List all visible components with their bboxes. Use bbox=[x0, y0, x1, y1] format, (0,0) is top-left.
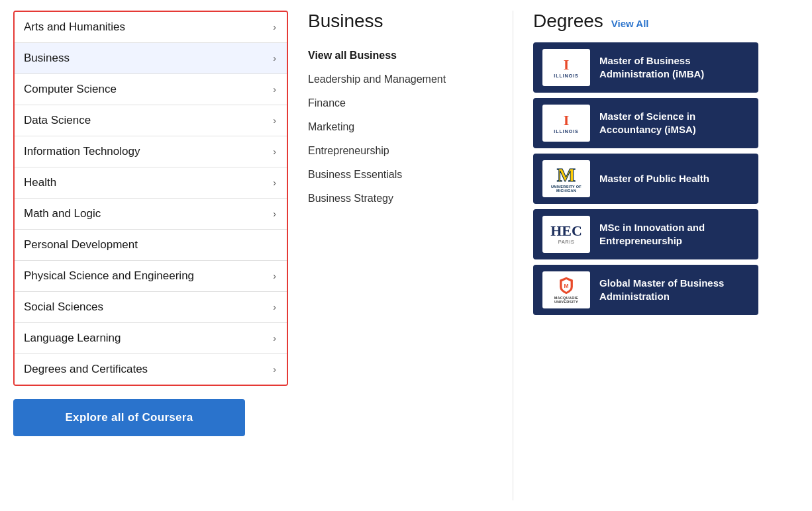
illinois-i-icon: I bbox=[564, 113, 570, 128]
sidebar-item-math-logic[interactable]: Math and Logic› bbox=[15, 199, 287, 230]
degree-card-imsa[interactable]: I ILLINOIS Master of Science in Accounta… bbox=[533, 98, 758, 148]
degree-card-title: Master of Business Administration (iMBA) bbox=[599, 54, 749, 81]
illinois-i-icon: I bbox=[564, 58, 570, 72]
degree-card-title: Global Master of Business Administration bbox=[599, 277, 749, 304]
business-link-view-all[interactable]: View all Business bbox=[308, 44, 493, 68]
sidebar-item-label: Arts and Humanities bbox=[24, 21, 125, 34]
business-link-entrepreneurship[interactable]: Entrepreneurship bbox=[308, 139, 493, 163]
chevron-right-icon: › bbox=[273, 364, 276, 375]
degree-card-macquarie[interactable]: M MacquarieUniversity Global Master of B… bbox=[533, 265, 758, 315]
chevron-right-icon: › bbox=[273, 84, 276, 95]
university-logo-macquarie: M MacquarieUniversity bbox=[542, 271, 590, 308]
sidebar-item-arts-humanities[interactable]: Arts and Humanities› bbox=[15, 12, 287, 43]
sidebar-item-label: Personal Development bbox=[24, 238, 138, 252]
sidebar-item-information-technology[interactable]: Information Technology› bbox=[15, 136, 287, 167]
chevron-right-icon: › bbox=[273, 53, 276, 64]
degree-card-title: MSc in Innovation and Entrepreneurship bbox=[599, 221, 749, 248]
sidebar-item-degrees-certificates[interactable]: Degrees and Certificates› bbox=[15, 354, 287, 385]
business-link-marketing[interactable]: Marketing bbox=[308, 115, 493, 139]
sidebar-item-label: Information Technology bbox=[24, 145, 140, 158]
business-link-list: View all BusinessLeadership and Manageme… bbox=[308, 44, 493, 210]
chevron-right-icon: › bbox=[273, 22, 276, 32]
sidebar-item-label: Data Science bbox=[24, 114, 91, 127]
degree-card-title: Master of Public Health bbox=[599, 172, 709, 185]
sidebar-item-personal-development[interactable]: Personal Development bbox=[15, 230, 287, 261]
sidebar-item-label: Physical Science and Engineering bbox=[24, 269, 194, 283]
university-logo-illinois: I ILLINOIS bbox=[542, 49, 590, 86]
chevron-right-icon: › bbox=[273, 333, 276, 344]
sidebar-item-health[interactable]: Health› bbox=[15, 167, 287, 199]
sidebar-item-language-learning[interactable]: Language Learning› bbox=[15, 323, 287, 354]
chevron-right-icon: › bbox=[273, 209, 276, 219]
middle-title: Business bbox=[308, 11, 493, 32]
category-nav-list: Arts and Humanities›Business›Computer Sc… bbox=[13, 11, 288, 386]
left-column: Arts and Humanities›Business›Computer Sc… bbox=[13, 11, 288, 500]
university-logo-illinois: I ILLINOIS bbox=[542, 105, 590, 142]
michigan-m-icon: M bbox=[557, 165, 576, 185]
view-all-link[interactable]: View All bbox=[611, 18, 649, 29]
business-link-business-strategy[interactable]: Business Strategy bbox=[308, 187, 493, 210]
business-link-business-essentials[interactable]: Business Essentials bbox=[308, 163, 493, 187]
sidebar-item-business[interactable]: Business› bbox=[15, 43, 287, 74]
chevron-right-icon: › bbox=[273, 146, 276, 157]
main-layout: Arts and Humanities›Business›Computer Sc… bbox=[0, 0, 812, 511]
sidebar-item-computer-science[interactable]: Computer Science› bbox=[15, 74, 287, 105]
sidebar-item-label: Computer Science bbox=[24, 83, 117, 96]
degree-card-imba[interactable]: I ILLINOIS Master of Business Administra… bbox=[533, 42, 758, 93]
hec-logo-text: HEC bbox=[550, 224, 582, 238]
business-link-finance[interactable]: Finance bbox=[308, 91, 493, 115]
sidebar-item-label: Social Sciences bbox=[24, 301, 103, 314]
degree-card-hec[interactable]: HEC PARIS MSc in Innovation and Entrepre… bbox=[533, 209, 758, 259]
sidebar-item-label: Health bbox=[24, 176, 56, 189]
sidebar-item-social-sciences[interactable]: Social Sciences› bbox=[15, 292, 287, 323]
sidebar-item-label: Degrees and Certificates bbox=[24, 363, 148, 376]
macquarie-shield-icon: M bbox=[557, 276, 576, 295]
middle-column: Business View all BusinessLeadership and… bbox=[288, 11, 513, 500]
business-link-leadership[interactable]: Leadership and Management bbox=[308, 68, 493, 91]
sidebar-item-data-science[interactable]: Data Science› bbox=[15, 105, 287, 136]
sidebar-item-label: Math and Logic bbox=[24, 207, 101, 220]
degrees-title: Degrees bbox=[533, 11, 603, 32]
right-header: Degrees View All bbox=[533, 11, 799, 32]
degree-card-mph[interactable]: M University ofMichigan Master of Public… bbox=[533, 154, 758, 204]
chevron-right-icon: › bbox=[273, 302, 276, 312]
chevron-right-icon: › bbox=[273, 177, 276, 188]
university-logo-hec: HEC PARIS bbox=[542, 216, 590, 253]
chevron-right-icon: › bbox=[273, 115, 276, 126]
sidebar-item-physical-science[interactable]: Physical Science and Engineering› bbox=[15, 261, 287, 292]
degree-cards-list: I ILLINOIS Master of Business Administra… bbox=[533, 42, 799, 315]
sidebar-item-label: Language Learning bbox=[24, 332, 121, 345]
degree-card-title: Master of Science in Accountancy (iMSA) bbox=[599, 110, 749, 137]
explore-all-button[interactable]: Explore all of Coursera bbox=[13, 399, 245, 436]
chevron-right-icon: › bbox=[273, 271, 276, 281]
svg-text:M: M bbox=[564, 283, 569, 289]
university-logo-michigan: M University ofMichigan bbox=[542, 160, 590, 197]
sidebar-item-label: Business bbox=[24, 52, 70, 65]
right-column: Degrees View All I ILLINOIS Master of Bu… bbox=[513, 11, 799, 500]
